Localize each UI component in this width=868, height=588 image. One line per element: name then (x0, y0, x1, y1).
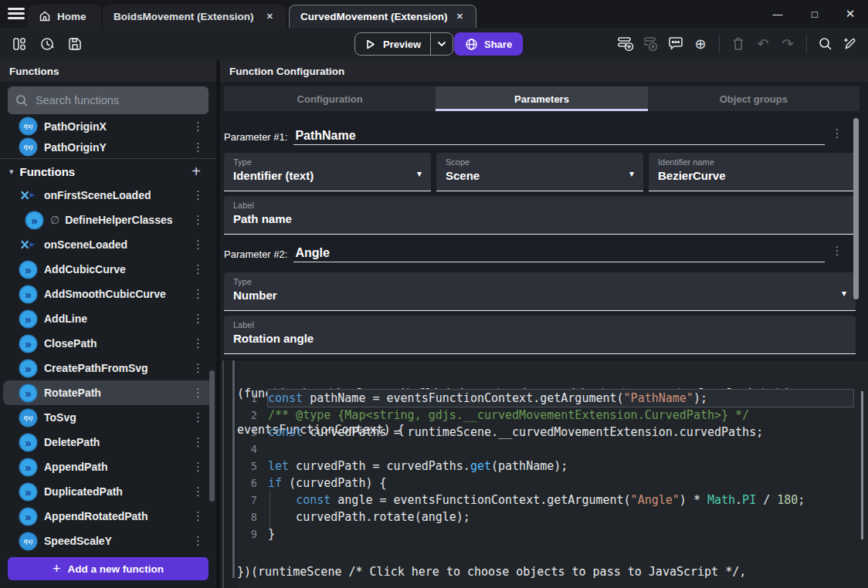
function-list-item[interactable]: f(x)ToSvg⋮ (3, 405, 213, 430)
menu-icon[interactable] (8, 8, 25, 20)
code-scrollbar[interactable] (861, 391, 863, 539)
add-comment-icon[interactable] (666, 33, 686, 55)
parameter-1-type-select[interactable]: Type Identifier (text) ▾ (224, 153, 431, 191)
tab-close-icon[interactable]: ✕ (455, 10, 465, 23)
line-content[interactable]: /** @type {Map<string, gdjs.__curvedMove… (268, 407, 853, 424)
parameter-1-identifier-input[interactable]: Identifier name BezierCurve (649, 153, 856, 191)
parameter-2-type-select[interactable]: Type Number ▾ (224, 272, 856, 311)
item-menu-icon[interactable]: ⋮ (192, 287, 204, 301)
item-menu-icon[interactable]: ⋮ (192, 262, 204, 276)
history-icon[interactable] (37, 33, 57, 55)
add-new-function-button[interactable]: + Add a new function (8, 557, 209, 580)
function-list-item[interactable]: »CreatePathFromSvg⋮ (3, 356, 213, 380)
code-line[interactable]: 2/** @type {Map<string, gdjs.__curvedMov… (220, 407, 861, 424)
maximize-button[interactable]: □ (797, 0, 832, 28)
search-functions-box[interactable] (8, 86, 209, 114)
item-menu-icon[interactable]: ⋮ (192, 361, 204, 375)
code-line[interactable]: 7 const angle = eventsFunctionContext.ge… (220, 492, 861, 509)
javascript-code-editor[interactable]: (function(runtimeScene /* Click here to … (220, 360, 868, 588)
function-list-item[interactable]: »DuplicatedPath⋮ (3, 479, 213, 504)
line-content[interactable] (268, 441, 853, 458)
function-list-item[interactable]: »ClosePath⋮ (3, 331, 213, 356)
function-list-item[interactable]: »RotatePath⋮ (3, 380, 213, 405)
add-subevent-icon[interactable] (641, 33, 661, 55)
line-content[interactable]: if (curvedPath) { (268, 475, 853, 492)
tab-parameters[interactable]: Parameters (436, 86, 647, 111)
close-button[interactable]: ✕ (832, 0, 868, 28)
parameter-2-name-input[interactable]: Angle (293, 246, 825, 262)
tab-object-groups[interactable]: Object groups (648, 86, 860, 111)
code-line[interactable]: 4 (220, 441, 861, 458)
tab-close-icon[interactable]: ✕ (265, 10, 275, 23)
line-content[interactable]: let curvedPath = curvedPaths.get(pathNam… (268, 458, 853, 475)
parameters-scrollbar[interactable] (853, 118, 859, 299)
function-list-item[interactable]: f(x)PathOriginY⋮ (3, 137, 213, 157)
search-icon[interactable] (815, 33, 836, 55)
line-content[interactable]: const angle = eventsFunctionContext.getA… (268, 492, 853, 509)
code-line[interactable]: 1const pathName = eventsFunctionContext.… (220, 390, 861, 407)
item-menu-icon[interactable]: ⋮ (192, 140, 204, 154)
line-content[interactable]: } (268, 525, 853, 542)
collapse-editor-icon[interactable]: ^ (538, 569, 544, 580)
item-menu-icon[interactable]: ⋮ (192, 534, 204, 548)
item-menu-icon[interactable]: ⋮ (192, 411, 204, 424)
chevron-down-icon[interactable]: ▾ (9, 167, 14, 177)
item-menu-icon[interactable]: ⋮ (192, 312, 204, 326)
item-menu-icon[interactable]: ⋮ (192, 336, 204, 350)
tab-boidsmovement[interactable]: BoidsMovement (Extension) ✕ (103, 5, 286, 28)
function-list-item[interactable]: f(x)PathOriginX⋮ (3, 116, 213, 137)
item-menu-icon[interactable]: ⋮ (192, 386, 204, 400)
item-menu-icon[interactable]: ⋮ (192, 509, 204, 523)
function-list-item[interactable]: »DeletePath⋮ (3, 430, 213, 455)
tab-curvedmovement[interactable]: CurvedMovement (Extension) ✕ (289, 5, 476, 28)
search-functions-input[interactable] (36, 94, 201, 106)
item-menu-icon[interactable]: ⋮ (192, 238, 204, 252)
item-menu-icon[interactable]: ⋮ (192, 435, 204, 449)
delete-icon[interactable] (728, 33, 748, 55)
code-footer-line-1[interactable]: })(runtimeScene /* Click here to choose … (237, 566, 746, 579)
item-menu-icon[interactable]: ⋮ (192, 485, 204, 498)
parameter-1-scope-select[interactable]: Scope Scene ▾ (436, 153, 643, 191)
add-function-icon[interactable]: + (192, 163, 207, 181)
add-event-icon[interactable] (616, 33, 636, 55)
code-line[interactable]: 8 curvedPath.rotate(angle); (220, 509, 861, 525)
parameter-1-menu-icon[interactable]: ⋮ (830, 127, 844, 140)
share-button[interactable]: Share (454, 32, 523, 56)
item-menu-icon[interactable]: ⋮ (192, 120, 204, 133)
item-menu-icon[interactable]: ⋮ (192, 188, 204, 202)
function-list-item[interactable]: »AddSmoothCubicCurve⋮ (3, 282, 213, 306)
tab-configuration[interactable]: Configuration (224, 86, 436, 111)
function-list-item[interactable]: »AddLine⋮ (3, 306, 213, 331)
preview-button[interactable]: Preview (354, 32, 453, 56)
function-list-item[interactable]: »∅DefineHelperClasses⋮ (3, 208, 213, 232)
toggle-panels-icon[interactable] (9, 33, 29, 55)
preview-dropdown-button[interactable] (431, 41, 453, 47)
line-content[interactable]: const pathName = eventsFunctionContext.g… (268, 390, 853, 407)
add-other-icon[interactable]: ⊕ (690, 33, 710, 55)
code-line[interactable]: 3const curvedPaths = runtimeScene.__curv… (220, 424, 861, 441)
undo-icon[interactable]: ↶ (753, 33, 773, 55)
code-lines[interactable]: 1const pathName = eventsFunctionContext.… (220, 390, 861, 542)
function-list-item[interactable]: »AppendRotatedPath⋮ (3, 504, 213, 529)
sidebar-scrollbar[interactable] (209, 370, 215, 502)
function-list-item[interactable]: onFirstSceneLoaded⋮ (3, 183, 213, 208)
function-list-item[interactable]: f(x)SpeedScaleY⋮ (3, 529, 213, 553)
item-menu-icon[interactable]: ⋮ (192, 213, 204, 227)
edit-tool-icon[interactable] (840, 33, 860, 55)
code-line[interactable]: 9} (220, 525, 861, 542)
code-line[interactable]: 6if (curvedPath) { (220, 475, 861, 492)
item-menu-icon[interactable]: ⋮ (192, 460, 204, 474)
parameter-1-label-input[interactable]: Label Path name (224, 196, 856, 235)
function-list-item[interactable]: onSceneLoaded⋮ (3, 232, 213, 257)
parameter-2-label-input[interactable]: Label Rotation angle (224, 316, 856, 354)
line-content[interactable]: const curvedPaths = runtimeScene.__curve… (268, 424, 853, 441)
parameter-1-name-input[interactable]: PathName (293, 129, 825, 145)
functions-section-header[interactable]: ▾ Functions + (0, 160, 216, 183)
function-list-item[interactable]: »AddCubicCurve⋮ (3, 257, 213, 282)
minimize-button[interactable]: — (760, 0, 795, 28)
save-icon[interactable] (65, 33, 85, 55)
tab-home[interactable]: Home (28, 5, 101, 28)
function-list-item[interactable]: »AppendPath⋮ (3, 455, 213, 479)
code-line[interactable]: 5let curvedPath = curvedPaths.get(pathNa… (220, 458, 861, 475)
redo-icon[interactable]: ↷ (778, 33, 798, 55)
